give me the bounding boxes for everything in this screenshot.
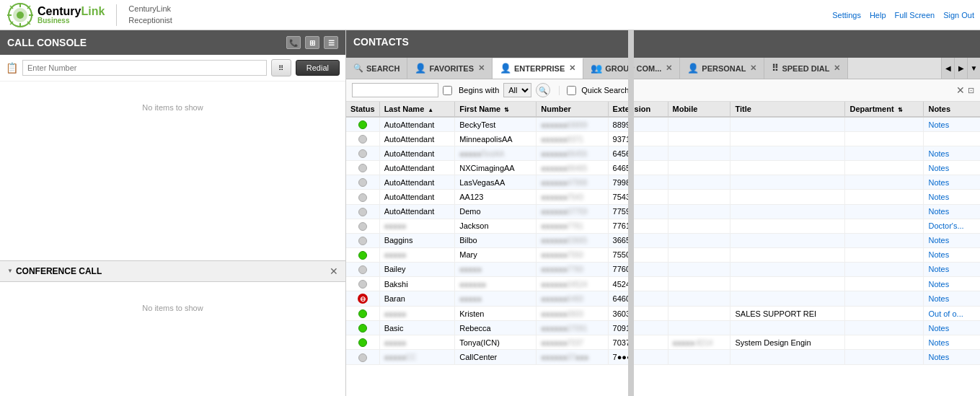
notes-link[interactable]: Notes bbox=[928, 294, 949, 303]
all-select[interactable]: All bbox=[503, 83, 531, 97]
table-row[interactable]: Bakshi ■■■■■■ ■■■■■■34524 4524 Notes bbox=[346, 277, 980, 291]
notes-cell bbox=[924, 132, 980, 146]
personal-close[interactable]: ✕ bbox=[750, 63, 756, 73]
clear-button[interactable]: ✕ bbox=[956, 84, 965, 96]
quick-search-checkbox[interactable] bbox=[567, 86, 576, 95]
table-row[interactable]: Basic Rebecca ■■■■■■27091 7091 Notes bbox=[346, 321, 980, 335]
notes-link[interactable]: Notes bbox=[928, 164, 949, 172]
table-row[interactable]: ■■■■■ Kristen ■■■■■■3603 3603 SALES SUPP… bbox=[346, 307, 980, 321]
table-row[interactable]: ■■■■■ Mary ■■■■■■7550 7550 Notes bbox=[346, 247, 980, 262]
notes-link[interactable]: Notes bbox=[928, 178, 949, 187]
tab-search[interactable]: 🔍 SEARCH bbox=[346, 58, 407, 79]
table-row[interactable]: Bailey ■■■■■ ■■■■■■7760 7760 Notes bbox=[346, 262, 980, 276]
title-cell bbox=[730, 277, 845, 291]
mobile-cell bbox=[668, 132, 730, 146]
resize-handle[interactable] bbox=[628, 30, 634, 396]
settings-link[interactable]: Settings bbox=[832, 11, 861, 19]
table-row[interactable]: ⊖ Baran ■■■■■ ■■■■■■6460 6460 Notes bbox=[346, 291, 980, 307]
number-input[interactable] bbox=[22, 60, 267, 76]
lastname-sort: ▲ bbox=[428, 107, 433, 113]
search-go-button[interactable]: 🔍 bbox=[536, 83, 550, 97]
table-row[interactable]: AutoAttendant AA123 ■■■■■■7543 7543 Note… bbox=[346, 190, 980, 204]
enterprise-close[interactable]: ✕ bbox=[569, 63, 575, 73]
col-mobile[interactable]: Mobile bbox=[668, 102, 730, 117]
status-cell bbox=[346, 204, 379, 219]
keypad-button[interactable]: ⠿ bbox=[271, 59, 291, 76]
list-icon[interactable]: ☰ bbox=[324, 36, 338, 49]
notes-link[interactable]: Notes bbox=[928, 280, 949, 289]
search-input[interactable] bbox=[352, 83, 438, 97]
tab-personal[interactable]: 👤 PERSONAL ✕ bbox=[680, 58, 764, 79]
tab-nav-dropdown[interactable]: ▼ bbox=[967, 58, 980, 79]
table-row[interactable]: AutoAttendant ■■■■■TestAA ■■■■■■96456 64… bbox=[346, 146, 980, 161]
title-cell bbox=[730, 350, 845, 364]
tab-speeddial[interactable]: ⠿ SPEED DIAL ✕ bbox=[764, 58, 848, 79]
dept-cell bbox=[845, 307, 924, 321]
notes-link[interactable]: Notes bbox=[928, 207, 949, 216]
notes-link[interactable]: Notes bbox=[928, 250, 949, 259]
last-name-cell: AutoAttendant bbox=[379, 132, 455, 146]
last-name-cell: ■■■■■ bbox=[379, 307, 455, 321]
favorites-tab-icon: 👤 bbox=[415, 63, 426, 74]
col-firstname[interactable]: First Name ⇅ bbox=[455, 102, 537, 117]
extension-cell: 3665 bbox=[608, 233, 668, 247]
tab-nav-right[interactable]: ▶ bbox=[954, 58, 967, 79]
table-row[interactable]: AutoAttendant LasVegasAA ■■■■■■47998 799… bbox=[346, 175, 980, 190]
title-cell bbox=[730, 219, 845, 233]
status-indicator bbox=[358, 149, 367, 158]
begins-with-checkbox[interactable] bbox=[443, 86, 452, 95]
table-row[interactable]: ■■■■■CC CallCenter ■■■■■■37■■■ 7●●● Note… bbox=[346, 350, 980, 364]
quick-search-label: Quick Search bbox=[581, 86, 629, 94]
signout-link[interactable]: Sign Out bbox=[943, 11, 974, 19]
notes-link[interactable]: Notes bbox=[928, 120, 949, 129]
notes-link[interactable]: Notes bbox=[928, 324, 949, 333]
speeddial-close[interactable]: ✕ bbox=[834, 63, 840, 73]
fullscreen-link[interactable]: Full Screen bbox=[895, 11, 935, 19]
title-cell bbox=[730, 262, 845, 276]
table-row[interactable]: AutoAttendant BeckyTest ■■■■■■68899 8899… bbox=[346, 117, 980, 132]
table-row[interactable]: AutoAttendant MinneapolisAA ■■■■■■9371 9… bbox=[346, 132, 980, 146]
dept-cell bbox=[845, 321, 924, 335]
notes-link[interactable]: Notes bbox=[928, 338, 949, 347]
first-name-cell: MinneapolisAA bbox=[455, 132, 537, 146]
table-row[interactable]: AutoAttendant NXCimagingAA ■■■■■■96465 6… bbox=[346, 161, 980, 175]
col-department[interactable]: Department ⇅ bbox=[845, 102, 924, 117]
redial-button[interactable]: Redial bbox=[296, 60, 340, 76]
groupcom-close[interactable]: ✕ bbox=[666, 63, 672, 73]
col-title[interactable]: Title bbox=[730, 102, 845, 117]
notes-link[interactable]: Notes bbox=[928, 149, 949, 158]
col-lastname[interactable]: Last Name ▲ bbox=[379, 102, 455, 117]
conference-section: ▼ CONFERENCE CALL ✕ No items to show bbox=[0, 260, 345, 397]
col-status[interactable]: Status bbox=[346, 102, 379, 117]
first-name-cell: NXCimagingAA bbox=[455, 161, 537, 175]
notes-link[interactable]: Notes bbox=[928, 193, 949, 201]
last-name-cell: AutoAttendant bbox=[379, 175, 455, 190]
svg-point-2 bbox=[17, 12, 24, 19]
mobile-cell bbox=[668, 190, 730, 204]
col-notes[interactable]: Notes bbox=[924, 102, 980, 117]
expand-button[interactable]: ⊡ bbox=[968, 84, 974, 96]
favorites-close[interactable]: ✕ bbox=[478, 63, 485, 73]
notes-link[interactable]: Out of o... bbox=[928, 309, 963, 318]
col-number[interactable]: Number bbox=[537, 102, 608, 117]
col-extension[interactable]: Extension bbox=[608, 102, 668, 117]
call-input-row: 📋 ⠿ Redial bbox=[0, 55, 345, 82]
notes-link[interactable]: Notes bbox=[928, 236, 949, 245]
mobile-cell bbox=[668, 321, 730, 335]
notes-link[interactable]: Doctor's... bbox=[928, 221, 963, 230]
grid-icon[interactable]: ⊞ bbox=[305, 36, 319, 49]
help-link[interactable]: Help bbox=[870, 11, 886, 19]
tab-favorites[interactable]: 👤 FAVORITES ✕ bbox=[407, 58, 493, 79]
table-row[interactable]: AutoAttendant Demo ■■■■■■07759 7759 Note… bbox=[346, 204, 980, 219]
status-indicator bbox=[358, 178, 367, 187]
table-row[interactable]: ■■■■■ Jackson ■■■■■■7761 7761 Doctor's..… bbox=[346, 219, 980, 233]
phone-icon[interactable]: 📞 bbox=[286, 36, 301, 49]
table-row[interactable]: Baggins Bilbo ■■■■■■03665 3665 Notes bbox=[346, 233, 980, 247]
notes-link[interactable]: Notes bbox=[928, 353, 949, 361]
tab-enterprise[interactable]: 👤 ENTERPRISE ✕ bbox=[493, 58, 583, 79]
table-row[interactable]: ■■■■■ Tonya(ICN) ■■■■■■7037 7037 ■■■■■-8… bbox=[346, 335, 980, 350]
blurred-number: ■■■■■■7760 bbox=[541, 265, 583, 273]
conference-close[interactable]: ✕ bbox=[330, 265, 338, 277]
notes-link[interactable]: Notes bbox=[928, 265, 949, 273]
tab-nav-left[interactable]: ◀ bbox=[941, 58, 954, 79]
